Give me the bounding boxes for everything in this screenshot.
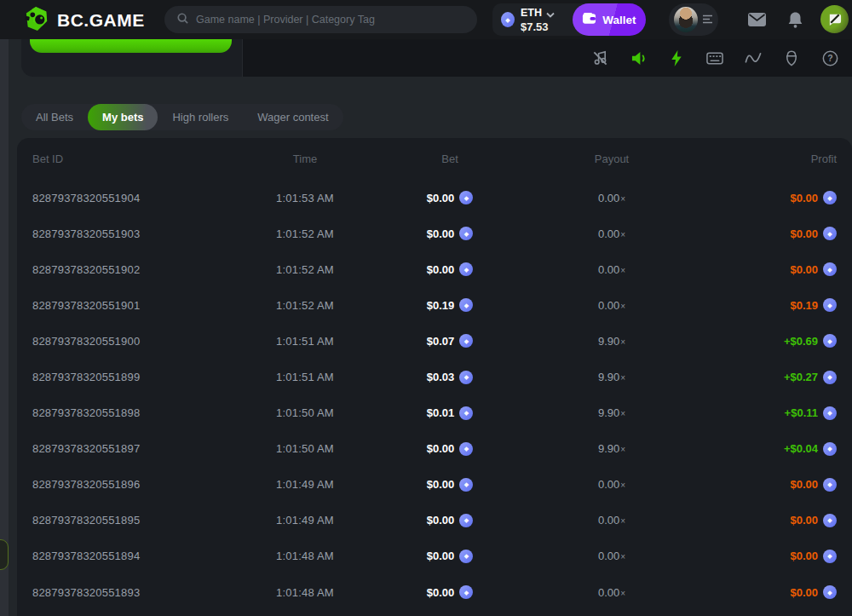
multiplier-sign: × <box>620 552 625 561</box>
col-payout: Payout <box>527 153 697 165</box>
eth-coin-icon <box>459 550 473 563</box>
bet-time: 1:01:52 AM <box>237 227 373 240</box>
bet-payout: 0.00× <box>527 263 697 276</box>
bet-id: 82879378320551895 <box>32 514 237 527</box>
eth-coin-icon <box>823 442 837 456</box>
col-time: Time <box>237 153 373 165</box>
multiplier-sign: × <box>620 481 625 490</box>
eth-coin-icon <box>823 371 837 384</box>
tab-all-bets[interactable]: All Bets <box>21 104 88 130</box>
bell-icon[interactable] <box>786 11 804 28</box>
svg-text:?: ? <box>827 54 832 63</box>
wallet-button[interactable]: Wallet <box>573 3 646 36</box>
eth-coin-icon <box>823 262 837 276</box>
hotkeys-icon[interactable] <box>706 49 723 66</box>
eth-coin-icon <box>823 227 837 240</box>
table-row[interactable]: 82879378320551898 1:01:50 AM $0.01 9.90×… <box>17 395 852 431</box>
eth-coin-icon <box>459 442 473 456</box>
eth-coin-icon <box>501 12 515 27</box>
eth-coin-icon <box>459 298 473 312</box>
bet-payout: 9.90× <box>527 406 697 419</box>
live-stats-icon[interactable] <box>745 49 762 66</box>
bet-payout: 9.90× <box>527 335 697 348</box>
mail-icon[interactable] <box>747 11 766 28</box>
eth-coin-icon <box>459 371 473 384</box>
table-row[interactable]: 82879378320551894 1:01:48 AM $0.00 0.00×… <box>17 538 852 574</box>
eth-coin-icon <box>459 334 473 348</box>
bet-id: 82879378320551893 <box>32 586 237 599</box>
bet-time: 1:01:50 AM <box>237 442 373 455</box>
multiplier-sign: × <box>620 445 625 454</box>
currency-code: ETH <box>521 8 542 20</box>
table-row[interactable]: 82879378320551903 1:01:52 AM $0.00 0.00×… <box>17 216 852 251</box>
eth-coin-icon <box>823 514 837 527</box>
table-row[interactable]: 82879378320551904 1:01:53 AM $0.00 0.00×… <box>17 180 852 216</box>
bet-id: 82879378320551899 <box>32 371 237 383</box>
music-off-icon[interactable] <box>591 49 608 66</box>
sound-icon[interactable] <box>630 49 647 66</box>
eth-coin-icon <box>823 191 837 204</box>
seed-icon[interactable] <box>783 49 800 66</box>
table-row[interactable]: 82879378320551899 1:01:51 AM $0.03 9.90×… <box>17 359 852 394</box>
bet-payout: 0.00× <box>527 478 697 491</box>
game-search <box>164 6 477 33</box>
eth-coin-icon <box>823 334 837 348</box>
col-bet-id: Bet ID <box>32 153 237 165</box>
bet-id: 82879378320551897 <box>32 442 237 455</box>
table-row[interactable]: 82879378320551893 1:01:48 AM $0.00 0.00×… <box>17 574 852 610</box>
tab-high-rollers[interactable]: High rollers <box>158 104 243 130</box>
bets-tabs: All Bets My bets High rollers Wager cont… <box>21 104 343 130</box>
eth-coin-icon <box>459 478 473 492</box>
table-body: 82879378320551904 1:01:53 AM $0.00 0.00×… <box>17 180 852 610</box>
multiplier-sign: × <box>620 516 625 526</box>
chevron-down-icon <box>546 6 555 21</box>
bet-profit: $0.00 <box>697 478 837 492</box>
bet-time: 1:01:52 AM <box>237 299 373 312</box>
bet-profit: $0.00 <box>697 191 837 204</box>
bet-id: 82879378320551904 <box>32 192 237 204</box>
bet-amount: $0.00 <box>373 191 527 204</box>
bet-payout: 9.90× <box>527 442 697 455</box>
multiplier-sign: × <box>620 302 625 311</box>
bet-button-cutoff[interactable] <box>30 39 232 53</box>
edge-chip-cutoff[interactable] <box>0 539 9 570</box>
bet-amount: $0.01 <box>373 406 527 420</box>
bet-profit: $0.00 <box>697 227 837 240</box>
bet-amount: $0.07 <box>373 334 527 348</box>
table-row[interactable]: 82879378320551900 1:01:51 AM $0.07 9.90×… <box>17 323 852 359</box>
eth-coin-icon <box>459 585 473 599</box>
bet-time: 1:01:50 AM <box>237 406 373 419</box>
bet-profit: $0.00 <box>697 585 837 599</box>
user-menu[interactable] <box>669 3 718 36</box>
bet-time: 1:01:48 AM <box>237 550 373 562</box>
table-row[interactable]: 82879378320551897 1:01:50 AM $0.00 9.90×… <box>17 431 852 467</box>
chat-icon[interactable] <box>820 5 849 33</box>
bet-amount: $0.00 <box>373 478 527 492</box>
brand-logo[interactable]: BC.GAME <box>24 6 145 35</box>
table-row[interactable]: 82879378320551902 1:01:52 AM $0.00 0.00×… <box>17 251 852 287</box>
page: BC.GAME ETH $7. <box>0 0 852 616</box>
tab-my-bets[interactable]: My bets <box>88 104 158 130</box>
bet-payout: 0.00× <box>527 550 697 562</box>
eth-coin-icon <box>823 550 837 563</box>
multiplier-sign: × <box>620 266 625 275</box>
bet-payout: 0.00× <box>527 227 697 240</box>
bet-profit: $0.00 <box>697 262 837 276</box>
table-row[interactable]: 82879378320551901 1:01:52 AM $0.19 0.00×… <box>17 287 852 323</box>
bet-time: 1:01:52 AM <box>237 263 373 276</box>
turbo-icon[interactable] <box>668 49 685 66</box>
tab-wager-contest[interactable]: Wager contest <box>243 104 343 130</box>
help-icon[interactable]: ? <box>821 49 838 66</box>
multiplier-sign: × <box>620 409 625 418</box>
search-input[interactable] <box>196 14 465 26</box>
bet-profit: $0.19 <box>697 298 837 312</box>
table-row[interactable]: 82879378320551895 1:01:49 AM $0.00 0.00×… <box>17 503 852 538</box>
bet-id: 82879378320551901 <box>32 299 237 312</box>
menu-lines-icon <box>702 12 713 27</box>
bet-id: 82879378320551903 <box>32 227 237 240</box>
multiplier-sign: × <box>620 589 625 598</box>
table-row[interactable]: 82879378320551896 1:01:49 AM $0.00 0.00×… <box>17 467 852 503</box>
bet-time: 1:01:49 AM <box>237 478 373 491</box>
bet-payout: 0.00× <box>527 299 697 312</box>
bet-profit: +$0.27 <box>697 371 837 384</box>
